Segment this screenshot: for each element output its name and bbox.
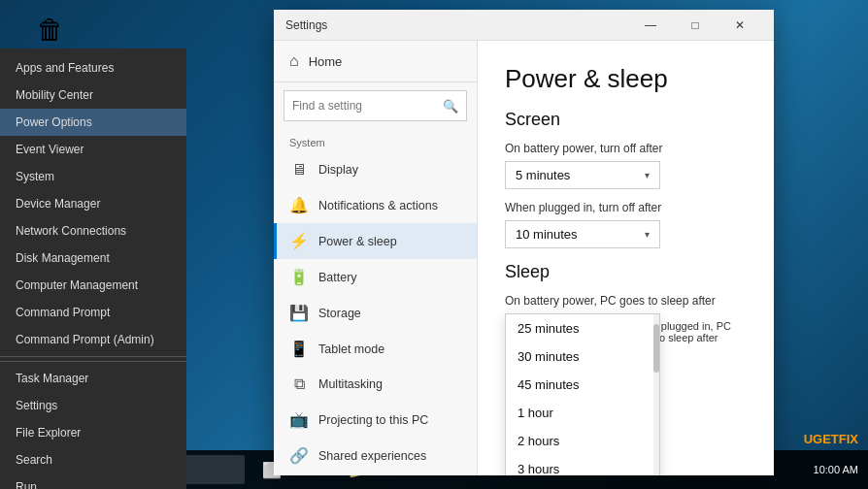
- power-icon: ⚡: [289, 232, 309, 250]
- context-item-apps[interactable]: Apps and Features: [0, 54, 186, 82]
- screen-battery-row: On battery power, turn off after 5 minut…: [505, 142, 747, 189]
- sleep-battery-row: On battery power, PC goes to sleep after…: [505, 294, 747, 308]
- screen-plugged-dropdown[interactable]: 10 minutes ▾: [505, 220, 660, 248]
- page-title: Power & sleep: [505, 64, 747, 94]
- dropdown-item-2hours[interactable]: 2 hours: [506, 427, 659, 455]
- context-item-disk[interactable]: Disk Management: [0, 244, 186, 272]
- nav-item-shared[interactable]: 🔗 Shared experiences: [274, 438, 477, 473]
- context-item-search[interactable]: Search: [0, 446, 186, 473]
- nav-section-label: System: [274, 129, 477, 152]
- screen-plugged-value: 10 minutes: [516, 227, 578, 242]
- dropdown-item-45min[interactable]: 45 minutes: [506, 371, 659, 399]
- screen-battery-desc: On battery power, turn off after: [505, 142, 747, 155]
- tablet-icon: 📱: [289, 340, 309, 358]
- screen-plugged-desc: When plugged in, turn off after: [505, 201, 747, 214]
- nav-item-projecting-label: Projecting to this PC: [318, 413, 428, 427]
- settings-window: Settings — □ ✕ ⌂ Home 🔍 System �: [274, 10, 774, 475]
- dropdown-scrollbar-track: [653, 314, 659, 475]
- nav-item-tablet[interactable]: 📱 Tablet mode: [274, 331, 477, 367]
- nav-home[interactable]: ⌂ Home: [274, 41, 477, 82]
- multitasking-icon: ⧉: [289, 375, 309, 393]
- dropdown-item-3hours[interactable]: 3 hours: [506, 455, 659, 475]
- display-icon: 🖥: [289, 161, 309, 179]
- settings-body: ⌂ Home 🔍 System 🖥 Display 🔔 Notification…: [274, 41, 774, 475]
- ugetfix-label: UGET: [804, 432, 839, 446]
- nav-item-power-label: Power & sleep: [318, 235, 397, 248]
- window-titlebar: Settings — □ ✕: [274, 10, 774, 41]
- screen-plugged-row: When plugged in, turn off after 10 minut…: [505, 201, 747, 248]
- recycle-bin-image: 🗑: [31, 10, 70, 49]
- notifications-icon: 🔔: [289, 196, 309, 214]
- nav-search-box[interactable]: 🔍: [284, 90, 467, 121]
- context-item-computer[interactable]: Computer Management: [0, 272, 186, 299]
- screen-battery-arrow-icon: ▾: [645, 170, 650, 180]
- nav-item-display[interactable]: 🖥 Display: [274, 152, 477, 187]
- nav-item-multitasking[interactable]: ⧉ Multitasking: [274, 367, 477, 402]
- dropdown-item-1hour[interactable]: 1 hour: [506, 399, 659, 427]
- maximize-button[interactable]: □: [673, 10, 718, 41]
- nav-item-tablet-label: Tablet mode: [318, 342, 384, 356]
- desktop: 🗑 Recycle Bin Apps and Features Mobility…: [0, 0, 868, 489]
- context-menu: Apps and Features Mobility Center Power …: [0, 49, 186, 489]
- context-item-run[interactable]: Run: [0, 473, 186, 489]
- settings-content: Power & sleep Screen On battery power, t…: [478, 41, 774, 475]
- context-item-cmd[interactable]: Command Prompt: [0, 299, 186, 326]
- nav-item-storage[interactable]: 💾 Storage: [274, 295, 477, 331]
- context-item-task[interactable]: Task Manager: [0, 361, 186, 392]
- dropdown-item-25min[interactable]: 25 minutes: [506, 314, 659, 342]
- clock: 10:00 AM: [814, 464, 858, 475]
- context-item-cmd-admin[interactable]: Command Prompt (Admin): [0, 326, 186, 357]
- home-icon: ⌂: [289, 52, 299, 70]
- context-item-power[interactable]: Power Options: [0, 109, 186, 136]
- nav-item-projecting[interactable]: 📺 Projecting to this PC: [274, 402, 477, 438]
- nav-item-storage-label: Storage: [318, 307, 361, 320]
- context-item-settings[interactable]: Settings: [0, 392, 186, 419]
- nav-item-notifications-label: Notifications & actions: [318, 199, 438, 212]
- nav-item-power[interactable]: ⚡ Power & sleep: [274, 223, 477, 259]
- nav-item-notifications[interactable]: 🔔 Notifications & actions: [274, 187, 477, 223]
- storage-icon: 💾: [289, 304, 309, 322]
- screen-plugged-arrow-icon: ▾: [645, 229, 650, 240]
- screen-battery-dropdown[interactable]: 5 minutes ▾: [505, 161, 660, 189]
- close-button[interactable]: ✕: [718, 10, 762, 41]
- taskbar-right: 10:00 AM: [814, 464, 868, 475]
- shared-icon: 🔗: [289, 446, 309, 465]
- nav-home-label: Home: [309, 54, 343, 69]
- battery-icon: 🔋: [289, 268, 309, 286]
- window-title: Settings: [285, 18, 628, 32]
- projecting-icon: 📺: [289, 410, 309, 429]
- window-controls: — □ ✕: [628, 10, 762, 41]
- settings-nav: ⌂ Home 🔍 System 🖥 Display 🔔 Notification…: [274, 41, 478, 475]
- context-item-explorer[interactable]: File Explorer: [0, 419, 186, 446]
- context-item-event[interactable]: Event Viewer: [0, 136, 186, 163]
- ugetfix-logo: UGETFIX: [804, 432, 858, 446]
- sleep-battery-desc: On battery power, PC goes to sleep after: [505, 294, 747, 308]
- search-input[interactable]: [292, 99, 443, 113]
- dropdown-item-30min[interactable]: 30 minutes: [506, 342, 659, 371]
- context-item-network[interactable]: Network Connections: [0, 217, 186, 244]
- screen-section-label: Screen: [505, 110, 747, 130]
- minimize-button[interactable]: —: [628, 10, 673, 41]
- ugetfix-label2: FIX: [839, 432, 858, 446]
- dropdown-scrollbar-thumb[interactable]: [653, 324, 659, 373]
- nav-item-battery-label: Battery: [318, 271, 357, 284]
- context-item-mobility[interactable]: Mobility Center: [0, 82, 186, 109]
- nav-item-battery[interactable]: 🔋 Battery: [274, 259, 477, 295]
- context-item-system[interactable]: System: [0, 163, 186, 190]
- nav-item-multitasking-label: Multitasking: [318, 377, 383, 391]
- screen-battery-value: 5 minutes: [516, 168, 570, 182]
- search-icon: 🔍: [443, 99, 458, 114]
- sleep-battery-dropdown-open: 25 minutes 30 minutes 45 minutes 1 hour …: [505, 313, 660, 475]
- nav-item-display-label: Display: [318, 163, 358, 177]
- context-item-device[interactable]: Device Manager: [0, 190, 186, 217]
- sleep-section-label: Sleep: [505, 262, 747, 282]
- nav-item-shared-label: Shared experiences: [318, 449, 426, 463]
